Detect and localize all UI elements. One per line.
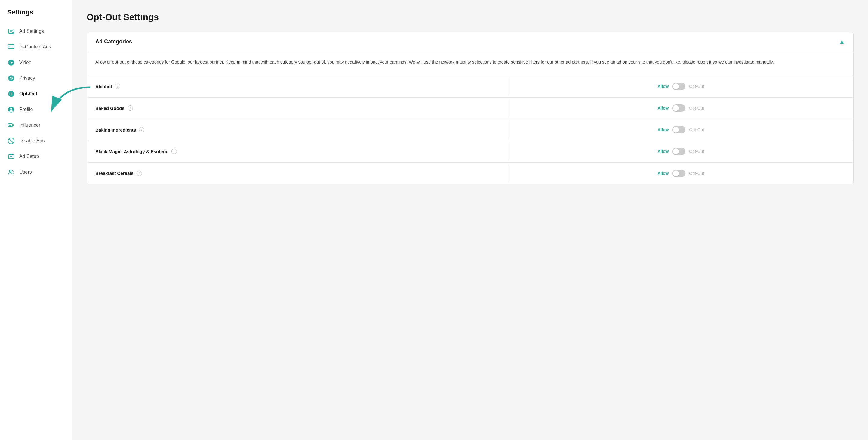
category-row: Baking Ingredients i Allow Opt-Out: [87, 119, 853, 141]
disable-ads-icon: [7, 137, 15, 145]
toggle-optout-label: Opt-Out: [689, 149, 704, 154]
card-description: Allow or opt-out of these categories for…: [87, 52, 853, 76]
info-icon[interactable]: i: [115, 84, 120, 89]
sidebar-item-ad-settings[interactable]: Ad Settings: [0, 24, 72, 39]
sidebar-item-privacy[interactable]: Privacy: [0, 70, 72, 86]
main-content: Opt-Out Settings Ad Categories ▲ Allow o…: [72, 0, 868, 440]
sidebar-item-influencer[interactable]: Influencer: [0, 117, 72, 133]
svg-rect-16: [9, 125, 11, 126]
category-row: Baked Goods i Allow Opt-Out: [87, 97, 853, 119]
sidebar-item-label: Profile: [19, 107, 33, 112]
info-icon[interactable]: i: [172, 149, 177, 154]
sidebar-item-label: Video: [19, 60, 32, 65]
sidebar-item-label: Users: [19, 170, 32, 175]
sidebar-item-profile[interactable]: Profile: [0, 102, 72, 117]
opt-out-icon: [7, 90, 15, 98]
toggle-allow-label: Allow: [657, 171, 669, 176]
category-toggle: Allow Opt-Out: [508, 164, 853, 183]
svg-line-18: [9, 139, 13, 143]
card-header-title: Ad Categories: [95, 38, 132, 45]
category-toggle: Allow Opt-Out: [508, 120, 853, 139]
toggle-switch[interactable]: [672, 105, 685, 112]
category-toggle: Allow Opt-Out: [508, 98, 853, 118]
sidebar-item-in-content-ads[interactable]: In-Content Ads: [0, 39, 72, 55]
sidebar-item-opt-out[interactable]: Opt-Out: [0, 86, 72, 102]
toggle-optout-label: Opt-Out: [689, 106, 704, 111]
influencer-icon: [7, 121, 15, 129]
toggle-optout-label: Opt-Out: [689, 171, 704, 176]
toggle-allow-label: Allow: [657, 149, 669, 154]
toggle-switch[interactable]: [672, 83, 685, 90]
category-name: Alcohol i: [87, 78, 508, 95]
sidebar-item-label: Ad Settings: [19, 29, 44, 34]
collapse-button[interactable]: ▲: [839, 38, 845, 45]
sidebar-item-label: Disable Ads: [19, 138, 45, 144]
category-toggle: Allow Opt-Out: [508, 77, 853, 96]
sidebar-item-users[interactable]: Users: [0, 164, 72, 180]
category-name: Baked Goods i: [87, 99, 508, 117]
sidebar-title: Settings: [0, 8, 72, 24]
info-icon[interactable]: i: [127, 105, 133, 111]
category-toggle: Allow Opt-Out: [508, 142, 853, 161]
video-icon: [7, 59, 15, 66]
toggle-switch[interactable]: [672, 170, 685, 177]
privacy-icon: [7, 74, 15, 82]
toggle-optout-label: Opt-Out: [689, 84, 704, 89]
profile-icon: [7, 106, 15, 114]
toggle-optout-label: Opt-Out: [689, 127, 704, 132]
info-icon[interactable]: i: [136, 171, 142, 176]
card-header: Ad Categories ▲: [87, 32, 853, 52]
category-row: Black Magic, Astrology & Esoteric i Allo…: [87, 141, 853, 163]
sidebar-item-ad-setup[interactable]: Ad Setup: [0, 149, 72, 164]
in-content-ads-icon: [7, 43, 15, 51]
category-row: Breakfast Cereals i Allow Opt-Out: [87, 163, 853, 184]
users-icon: [7, 168, 15, 176]
ad-settings-icon: [7, 27, 15, 35]
sidebar-item-label: Influencer: [19, 122, 40, 128]
category-name: Baking Ingredients i: [87, 121, 508, 139]
sidebar-item-label: Opt-Out: [19, 91, 37, 97]
toggle-allow-label: Allow: [657, 127, 669, 132]
category-row: Alcohol i Allow Opt-Out: [87, 76, 853, 97]
sidebar-item-label: Privacy: [19, 76, 35, 81]
ad-setup-icon: [7, 153, 15, 160]
info-icon[interactable]: i: [139, 127, 144, 133]
svg-point-11: [11, 78, 12, 79]
toggle-switch[interactable]: [672, 126, 685, 133]
category-name: Black Magic, Astrology & Esoteric i: [87, 143, 508, 160]
svg-point-14: [10, 108, 12, 110]
category-name: Breakfast Cereals i: [87, 165, 508, 182]
toggle-allow-label: Allow: [657, 106, 669, 111]
page-title: Opt-Out Settings: [87, 12, 854, 22]
ad-categories-card: Ad Categories ▲ Allow or opt-out of thes…: [87, 32, 854, 184]
categories-list: Alcohol i Allow Opt-Out Baked Goods i Al…: [87, 76, 853, 184]
sidebar: Settings Ad Settings In-Content Ads: [0, 0, 72, 440]
toggle-switch[interactable]: [672, 148, 685, 155]
sidebar-item-disable-ads[interactable]: Disable Ads: [0, 133, 72, 149]
toggle-allow-label: Allow: [657, 84, 669, 89]
svg-rect-4: [8, 45, 14, 49]
sidebar-item-label: In-Content Ads: [19, 44, 51, 50]
sidebar-item-label: Ad Setup: [19, 154, 39, 159]
svg-point-22: [9, 170, 11, 172]
sidebar-item-video[interactable]: Video: [0, 55, 72, 70]
